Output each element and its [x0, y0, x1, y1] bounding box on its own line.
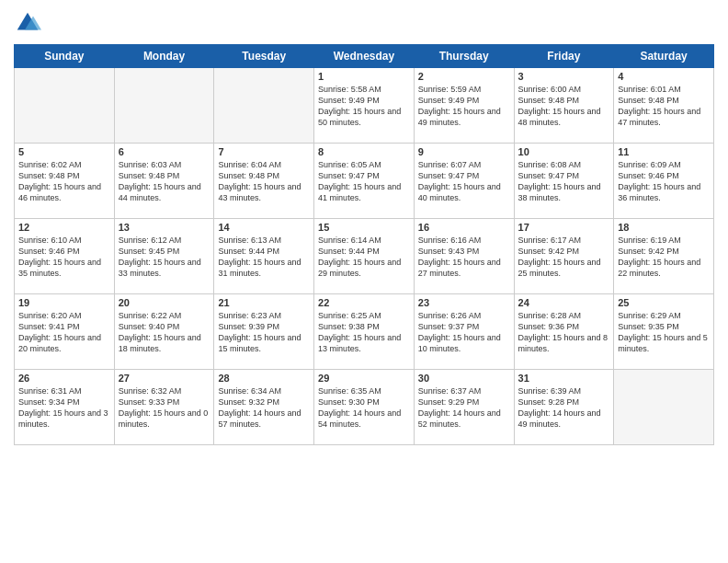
day-header-monday: Monday: [114, 45, 214, 68]
calendar-cell: 20Sunrise: 6:22 AMSunset: 9:40 PMDayligh…: [114, 294, 214, 370]
day-number: 29: [318, 373, 410, 384]
cell-details: Sunrise: 6:19 AMSunset: 9:42 PMDaylight:…: [618, 235, 710, 280]
calendar-cell: 23Sunrise: 6:26 AMSunset: 9:37 PMDayligh…: [414, 294, 514, 370]
day-number: 11: [618, 146, 710, 157]
week-row-3: 19Sunrise: 6:20 AMSunset: 9:41 PMDayligh…: [15, 294, 714, 370]
calendar-cell: 19Sunrise: 6:20 AMSunset: 9:41 PMDayligh…: [15, 294, 115, 370]
cell-details: Sunrise: 6:09 AMSunset: 9:46 PMDaylight:…: [618, 159, 710, 204]
header: [14, 9, 714, 37]
cell-details: Sunrise: 6:31 AMSunset: 9:34 PMDaylight:…: [18, 385, 110, 431]
cell-details: Sunrise: 5:58 AMSunset: 9:49 PMDaylight:…: [318, 84, 410, 129]
day-number: 7: [218, 146, 310, 157]
calendar-cell: 13Sunrise: 6:12 AMSunset: 9:45 PMDayligh…: [114, 219, 214, 294]
calendar-cell: 24Sunrise: 6:28 AMSunset: 9:36 PMDayligh…: [514, 294, 614, 370]
cell-details: Sunrise: 6:04 AMSunset: 9:48 PMDaylight:…: [218, 159, 310, 204]
cell-details: Sunrise: 6:34 AMSunset: 9:32 PMDaylight:…: [218, 385, 310, 431]
calendar-cell: 22Sunrise: 6:25 AMSunset: 9:38 PMDayligh…: [314, 294, 415, 370]
week-row-0: 1Sunrise: 5:58 AMSunset: 9:49 PMDaylight…: [15, 68, 714, 144]
logo: [14, 9, 45, 37]
day-number: 17: [518, 222, 610, 233]
cell-details: Sunrise: 6:35 AMSunset: 9:30 PMDaylight:…: [318, 385, 410, 431]
cell-details: Sunrise: 6:37 AMSunset: 9:29 PMDaylight:…: [418, 385, 510, 431]
cell-details: Sunrise: 6:10 AMSunset: 9:46 PMDaylight:…: [18, 235, 110, 280]
cell-details: Sunrise: 6:00 AMSunset: 9:48 PMDaylight:…: [518, 84, 610, 129]
day-number: 1: [318, 71, 410, 82]
day-header-wednesday: Wednesday: [314, 45, 415, 68]
calendar-cell: 8Sunrise: 6:05 AMSunset: 9:47 PMDaylight…: [314, 144, 415, 219]
cell-details: Sunrise: 6:12 AMSunset: 9:45 PMDaylight:…: [119, 235, 210, 280]
week-row-4: 26Sunrise: 6:31 AMSunset: 9:34 PMDayligh…: [15, 370, 714, 445]
cell-details: Sunrise: 6:20 AMSunset: 9:41 PMDaylight:…: [18, 310, 110, 355]
day-number: 16: [418, 222, 510, 233]
calendar-cell: 30Sunrise: 6:37 AMSunset: 9:29 PMDayligh…: [414, 370, 514, 445]
calendar-cell: 3Sunrise: 6:00 AMSunset: 9:48 PMDaylight…: [514, 68, 614, 144]
day-number: 19: [18, 297, 110, 308]
calendar-cell: 28Sunrise: 6:34 AMSunset: 9:32 PMDayligh…: [214, 370, 314, 445]
calendar-cell: [214, 68, 314, 144]
cell-details: Sunrise: 6:02 AMSunset: 9:48 PMDaylight:…: [18, 159, 110, 204]
day-number: 28: [218, 373, 310, 384]
day-number: 15: [318, 222, 410, 233]
cell-details: Sunrise: 6:03 AMSunset: 9:48 PMDaylight:…: [119, 159, 210, 204]
calendar-cell: 9Sunrise: 6:07 AMSunset: 9:47 PMDaylight…: [414, 144, 514, 219]
calendar-cell: 6Sunrise: 6:03 AMSunset: 9:48 PMDaylight…: [114, 144, 214, 219]
calendar-cell: 1Sunrise: 5:58 AMSunset: 9:49 PMDaylight…: [314, 68, 415, 144]
day-header-saturday: Saturday: [614, 45, 714, 68]
calendar-cell: 11Sunrise: 6:09 AMSunset: 9:46 PMDayligh…: [614, 144, 714, 219]
day-header-thursday: Thursday: [414, 45, 514, 68]
calendar-cell: 27Sunrise: 6:32 AMSunset: 9:33 PMDayligh…: [114, 370, 214, 445]
day-number: 25: [618, 297, 710, 308]
week-row-2: 12Sunrise: 6:10 AMSunset: 9:46 PMDayligh…: [15, 219, 714, 294]
cell-details: Sunrise: 6:28 AMSunset: 9:36 PMDaylight:…: [518, 310, 610, 355]
cell-details: Sunrise: 6:17 AMSunset: 9:42 PMDaylight:…: [518, 235, 610, 280]
day-number: 23: [418, 297, 510, 308]
day-number: 18: [618, 222, 710, 233]
day-number: 14: [218, 222, 310, 233]
page: SundayMondayTuesdayWednesdayThursdayFrid…: [0, 0, 728, 563]
day-number: 24: [518, 297, 610, 308]
day-header-sunday: Sunday: [15, 45, 115, 68]
cell-details: Sunrise: 6:26 AMSunset: 9:37 PMDaylight:…: [418, 310, 510, 355]
calendar-cell: 18Sunrise: 6:19 AMSunset: 9:42 PMDayligh…: [614, 219, 714, 294]
day-number: 2: [418, 71, 510, 82]
calendar-cell: 15Sunrise: 6:14 AMSunset: 9:44 PMDayligh…: [314, 219, 415, 294]
calendar-cell: [614, 370, 714, 445]
day-header-friday: Friday: [514, 45, 614, 68]
cell-details: Sunrise: 6:14 AMSunset: 9:44 PMDaylight:…: [318, 235, 410, 280]
day-header-tuesday: Tuesday: [214, 45, 314, 68]
day-number: 26: [18, 373, 110, 384]
cell-details: Sunrise: 5:59 AMSunset: 9:49 PMDaylight:…: [418, 84, 510, 129]
cell-details: Sunrise: 6:39 AMSunset: 9:28 PMDaylight:…: [518, 385, 610, 431]
cell-details: Sunrise: 6:16 AMSunset: 9:43 PMDaylight:…: [418, 235, 510, 280]
day-number: 10: [518, 146, 610, 157]
calendar-cell: 12Sunrise: 6:10 AMSunset: 9:46 PMDayligh…: [15, 219, 115, 294]
cell-details: Sunrise: 6:22 AMSunset: 9:40 PMDaylight:…: [119, 310, 210, 355]
calendar-cell: 5Sunrise: 6:02 AMSunset: 9:48 PMDaylight…: [15, 144, 115, 219]
cell-details: Sunrise: 6:29 AMSunset: 9:35 PMDaylight:…: [618, 310, 710, 355]
day-number: 20: [119, 297, 210, 308]
day-number: 9: [418, 146, 510, 157]
cell-details: Sunrise: 6:05 AMSunset: 9:47 PMDaylight:…: [318, 159, 410, 204]
day-number: 4: [618, 71, 710, 82]
calendar-cell: 29Sunrise: 6:35 AMSunset: 9:30 PMDayligh…: [314, 370, 415, 445]
day-number: 8: [318, 146, 410, 157]
calendar-cell: 16Sunrise: 6:16 AMSunset: 9:43 PMDayligh…: [414, 219, 514, 294]
calendar-cell: 26Sunrise: 6:31 AMSunset: 9:34 PMDayligh…: [15, 370, 115, 445]
week-row-1: 5Sunrise: 6:02 AMSunset: 9:48 PMDaylight…: [15, 144, 714, 219]
day-number: 13: [119, 222, 210, 233]
cell-details: Sunrise: 6:13 AMSunset: 9:44 PMDaylight:…: [218, 235, 310, 280]
calendar-cell: 17Sunrise: 6:17 AMSunset: 9:42 PMDayligh…: [514, 219, 614, 294]
calendar-cell: 2Sunrise: 5:59 AMSunset: 9:49 PMDaylight…: [414, 68, 514, 144]
calendar-cell: 14Sunrise: 6:13 AMSunset: 9:44 PMDayligh…: [214, 219, 314, 294]
calendar-cell: [15, 68, 115, 144]
day-number: 30: [418, 373, 510, 384]
calendar-cell: 10Sunrise: 6:08 AMSunset: 9:47 PMDayligh…: [514, 144, 614, 219]
cell-details: Sunrise: 6:32 AMSunset: 9:33 PMDaylight:…: [119, 385, 210, 431]
day-number: 31: [518, 373, 610, 384]
cell-details: Sunrise: 6:07 AMSunset: 9:47 PMDaylight:…: [418, 159, 510, 204]
calendar-cell: 4Sunrise: 6:01 AMSunset: 9:48 PMDaylight…: [614, 68, 714, 144]
day-number: 21: [218, 297, 310, 308]
day-number: 22: [318, 297, 410, 308]
day-number: 12: [18, 222, 110, 233]
calendar-cell: 25Sunrise: 6:29 AMSunset: 9:35 PMDayligh…: [614, 294, 714, 370]
